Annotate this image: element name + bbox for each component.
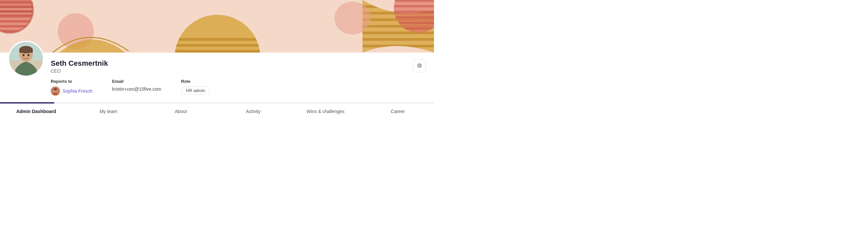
- profile-name: Seth Cesmertnik: [51, 59, 426, 68]
- settings-button[interactable]: ⚙: [413, 59, 426, 72]
- email-label: Email: [112, 79, 161, 84]
- role-group: Role HR admin: [181, 79, 210, 94]
- active-tab-indicator: [0, 102, 54, 104]
- reports-to-group: Reports to Sophia Fresch: [51, 79, 92, 95]
- role-value: HR admin: [181, 86, 210, 94]
- email-group: Email kristin+ceo@15five.com: [112, 79, 161, 92]
- tab-activity[interactable]: Activity: [217, 104, 290, 119]
- avatar-image: [9, 42, 43, 76]
- tab-career[interactable]: Career: [362, 104, 434, 119]
- sophia-avatar-image: [51, 86, 60, 95]
- tab-my-team[interactable]: My team: [72, 104, 145, 119]
- banner-decoration: [0, 0, 434, 52]
- svg-point-48: [23, 54, 25, 56]
- profile-title: CEO: [51, 68, 426, 74]
- tab-divider: [0, 102, 434, 104]
- reports-to-avatar: [51, 86, 60, 95]
- profile-info: Seth Cesmertnik CEO Reports to Sophia Fr: [51, 56, 426, 95]
- profile-banner: [0, 0, 434, 52]
- avatar: [8, 41, 44, 77]
- role-badge: HR admin: [181, 86, 210, 94]
- svg-point-41: [335, 2, 371, 35]
- reports-to-value: Sophia Fresch: [51, 86, 92, 95]
- email-value: kristin+ceo@15five.com: [112, 86, 161, 92]
- role-label: Role: [181, 79, 210, 84]
- reports-to-label: Reports to: [51, 79, 92, 84]
- profile-meta: Reports to Sophia Fresch Email: [51, 79, 426, 95]
- profile-section: Seth Cesmertnik CEO Reports to Sophia Fr: [0, 52, 434, 102]
- tab-about[interactable]: About: [145, 104, 217, 119]
- reports-to-name[interactable]: Sophia Fresch: [63, 88, 92, 94]
- svg-point-53: [53, 88, 57, 91]
- svg-rect-47: [20, 50, 33, 52]
- gear-icon: ⚙: [417, 62, 422, 69]
- tab-admin-dashboard[interactable]: Admin Dashboard: [0, 104, 72, 119]
- nav-tabs: Admin Dashboard My team About Activity W…: [0, 104, 434, 119]
- svg-point-49: [28, 54, 30, 56]
- tab-wins-challenges[interactable]: Wins & challenges: [289, 104, 362, 119]
- avatar-wrapper: [8, 41, 44, 77]
